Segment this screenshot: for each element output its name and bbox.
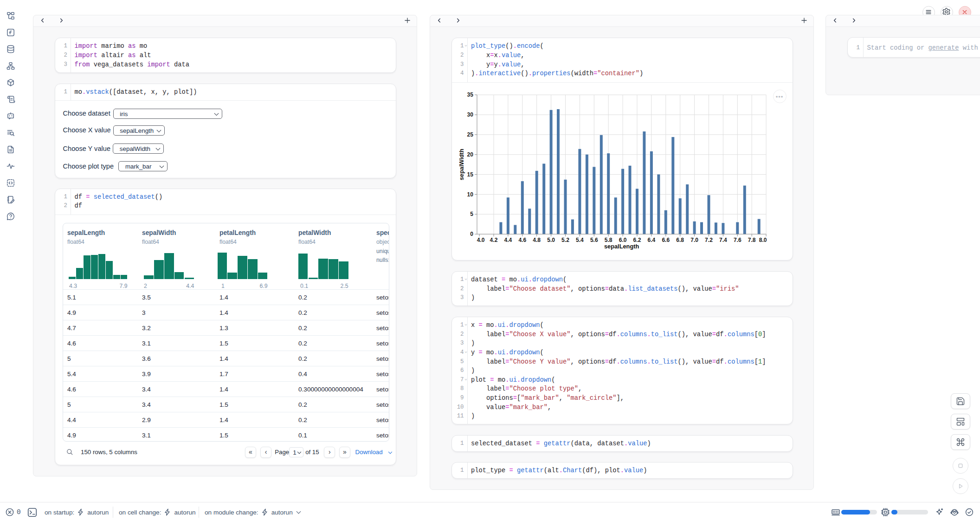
svg-text:7.4: 7.4 bbox=[719, 237, 727, 243]
svg-text:30: 30 bbox=[467, 111, 473, 118]
svg-text:7.8: 7.8 bbox=[748, 237, 755, 243]
svg-text:7.6: 7.6 bbox=[733, 237, 741, 243]
svg-text:8.0: 8.0 bbox=[759, 237, 767, 243]
svg-text:15: 15 bbox=[467, 171, 473, 177]
svg-text:5.4: 5.4 bbox=[575, 237, 583, 243]
svg-text:4.0: 4.0 bbox=[477, 237, 484, 243]
svg-text:sepalWidth: sepalWidth bbox=[458, 149, 465, 180]
svg-text:5: 5 bbox=[470, 211, 473, 217]
svg-text:4.6: 4.6 bbox=[518, 237, 526, 243]
svg-text:4.2: 4.2 bbox=[490, 237, 497, 243]
svg-text:7.2: 7.2 bbox=[705, 237, 713, 243]
svg-text:20: 20 bbox=[467, 151, 473, 158]
svg-text:6.6: 6.6 bbox=[662, 237, 670, 243]
svg-text:7.0: 7.0 bbox=[690, 237, 698, 243]
svg-text:4.8: 4.8 bbox=[533, 237, 541, 243]
svg-text:35: 35 bbox=[467, 91, 473, 98]
svg-text:5.6: 5.6 bbox=[590, 237, 598, 243]
svg-text:6.4: 6.4 bbox=[647, 237, 655, 243]
svg-text:5.2: 5.2 bbox=[561, 237, 569, 243]
svg-text:10: 10 bbox=[467, 191, 473, 197]
svg-text:4.4: 4.4 bbox=[504, 237, 512, 243]
svg-text:25: 25 bbox=[467, 131, 473, 138]
svg-text:6.8: 6.8 bbox=[676, 237, 684, 243]
svg-text:sepalLength: sepalLength bbox=[604, 242, 639, 249]
svg-text:0: 0 bbox=[470, 231, 473, 237]
svg-text:5.0: 5.0 bbox=[547, 237, 555, 243]
